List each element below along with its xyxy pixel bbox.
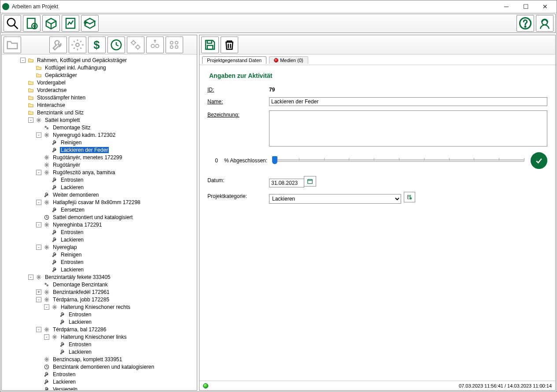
tree-item[interactable]: Entrosten [4, 258, 197, 266]
tree-item[interactable]: Lackieren [4, 236, 197, 243]
tree-item[interactable]: -Rahmen, Kotflügel und Gepäcksträger [4, 56, 197, 64]
tree-item[interactable]: -Nyereglap [4, 243, 197, 251]
gears4-button[interactable] [166, 37, 183, 53]
tree-item[interactable]: -Térdpárna, bal 172286 [4, 326, 197, 333]
input-name[interactable] [269, 97, 547, 106]
collapse-icon[interactable]: - [36, 132, 41, 138]
complete-button[interactable] [531, 152, 547, 169]
window-maximize[interactable]: ☐ [516, 0, 535, 13]
save-button[interactable] [201, 37, 219, 53]
tree-item[interactable]: Weiter demontieren [4, 191, 197, 198]
tree-item[interactable]: -Halterung Knieschoner links [4, 333, 197, 341]
wrench-button[interactable] [49, 37, 67, 53]
tree-item[interactable]: -Térdpárna, jobb 172285 [4, 296, 197, 303]
tree-item[interactable]: Sattel demontiert und katalogisiert [4, 213, 197, 221]
tree-item[interactable]: Lackieren [4, 266, 197, 273]
tree-item[interactable]: Versiegeln [4, 385, 197, 390]
tree-item-label: Reinigen [60, 139, 82, 146]
collapse-icon[interactable]: - [36, 297, 41, 302]
collapse-icon[interactable]: - [44, 304, 49, 310]
input-desc[interactable] [269, 110, 547, 147]
tree-item[interactable]: Entrosten [4, 370, 197, 378]
collapse-icon[interactable]: - [36, 222, 41, 227]
tree-item[interactable]: -Sattel komplett [4, 116, 197, 124]
tree-item[interactable]: Vordergabel [4, 79, 197, 86]
svg-rect-53 [308, 180, 313, 183]
collapse-icon[interactable]: - [28, 117, 33, 123]
collapse-icon[interactable]: - [36, 327, 41, 332]
tree-item[interactable]: Reinigen [4, 139, 197, 146]
expand-icon[interactable]: + [36, 289, 41, 295]
collapse-icon[interactable]: - [36, 200, 41, 205]
calendar-button[interactable] [304, 176, 316, 187]
tree-item[interactable]: Entrosten [4, 176, 197, 183]
export-button[interactable] [81, 15, 99, 32]
tree-item[interactable]: Stossdämpfer hinten [4, 94, 197, 101]
search-button[interactable] [4, 15, 21, 32]
tree-item[interactable]: Demontage Sitz [4, 124, 197, 131]
tree-item[interactable]: Entrosten [4, 341, 197, 348]
collapse-icon[interactable]: - [36, 170, 41, 175]
window-close[interactable]: ✕ [535, 0, 555, 13]
tree-item[interactable]: Rugótányér, menetes 172299 [4, 154, 197, 161]
slider-thumb-icon[interactable] [272, 156, 277, 164]
tree-item[interactable]: Lackieren [4, 378, 197, 385]
collapse-icon[interactable]: - [44, 334, 49, 340]
svg-point-42 [54, 306, 55, 308]
tab-data[interactable]: Projektgegenstand Daten [202, 56, 266, 64]
tree-item[interactable]: Eersetzen [4, 206, 197, 213]
select-category[interactable]: Lackieren [269, 194, 401, 204]
money-button[interactable]: $ [88, 37, 106, 53]
tree-item[interactable]: Entrosten [4, 228, 197, 236]
tree-item[interactable]: Benzintank demontieren und katalogisiere… [4, 363, 197, 370]
tree-item[interactable]: Hinterachse [4, 101, 197, 109]
progress-slider[interactable] [273, 155, 524, 166]
collapse-icon[interactable]: - [20, 58, 26, 63]
tree-item[interactable]: -Benzintartály fekete 333405 [4, 273, 197, 281]
tree-item[interactable]: -Halterung Knieschoner rechts [4, 303, 197, 311]
folder-button[interactable] [4, 37, 21, 53]
tree-item[interactable]: Lackieren [4, 348, 197, 355]
tree-item[interactable]: -Rugófeszitö anya, bamitva [4, 169, 197, 176]
tree-item[interactable]: Vorderachse [4, 86, 197, 94]
collapse-icon[interactable]: - [28, 275, 33, 280]
tree-item[interactable]: Entrosten [4, 311, 197, 318]
tree-item[interactable]: Reinigen [4, 251, 197, 258]
tree-item[interactable]: Benzintank und Sitz [4, 109, 197, 116]
tree-item[interactable]: Benzincsap, komplett 333951 [4, 355, 197, 363]
add-doc-button[interactable] [23, 15, 41, 32]
tree-item[interactable]: +Benzintankfedél 172961 [4, 288, 197, 296]
gear-button[interactable] [69, 37, 86, 53]
window-minimize[interactable]: ─ [497, 0, 516, 13]
tree-item[interactable]: Demontage Benzintank [4, 281, 197, 288]
gear-icon [43, 296, 50, 303]
tree-item[interactable]: Rugótányér [4, 161, 197, 169]
tree-item[interactable]: Lackieren [4, 318, 197, 326]
tree-item-label: Stossdämpfer hinten [36, 95, 86, 101]
support-button[interactable] [536, 15, 553, 32]
report-button[interactable] [62, 15, 79, 32]
project-tree[interactable]: -Rahmen, Kotflügel und GepäcksträgerKotf… [2, 55, 197, 390]
svg-point-40 [46, 291, 48, 293]
tree-item[interactable]: -Hatlapfejü csavar M 8x80mm 172298 [4, 198, 197, 206]
tree-item[interactable]: -Nyereghinba 172291 [4, 221, 197, 228]
collapse-icon[interactable]: - [36, 245, 41, 250]
tree-item[interactable]: Lackieren [4, 183, 197, 191]
box-button[interactable] [42, 15, 60, 32]
svg-point-38 [45, 283, 46, 284]
tree-item[interactable]: Lackieren der Feder [4, 146, 197, 154]
delete-button[interactable] [221, 37, 238, 53]
svg-point-19 [155, 44, 159, 48]
tab-media[interactable]: Medien (0) [269, 56, 308, 64]
label-pct: % Abgeschlossen: [224, 158, 267, 164]
gears3-button[interactable] [146, 37, 164, 53]
help-button[interactable] [516, 15, 534, 32]
clock-button[interactable] [107, 37, 125, 53]
tree-item[interactable]: Kotflügel inkl. Aufhängung [4, 64, 197, 71]
gears2-button[interactable] [127, 37, 144, 53]
tree-item[interactable]: -Nyeregrugó kadm. 172302 [4, 131, 197, 139]
wrench-icon [59, 341, 66, 348]
input-date[interactable] [269, 179, 304, 187]
tree-item[interactable]: Gepäckträger [4, 71, 197, 79]
add-category-button[interactable] [404, 192, 415, 202]
